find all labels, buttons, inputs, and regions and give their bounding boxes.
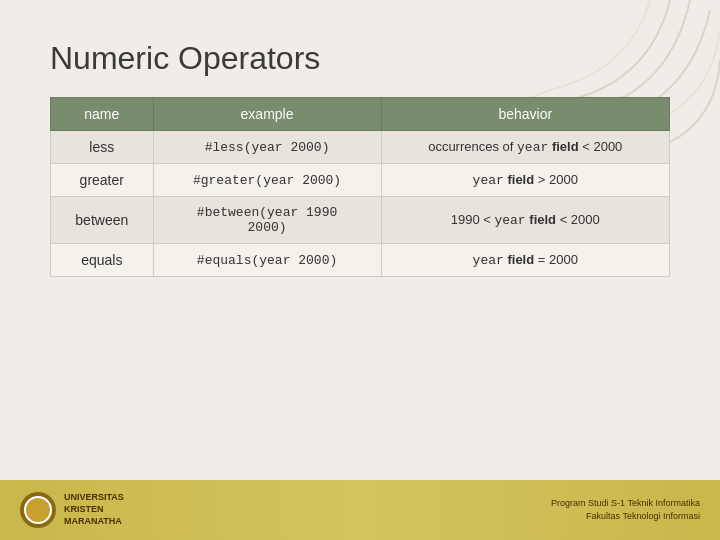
bold-field: field xyxy=(529,212,556,227)
example-text: #between(year 19902000) xyxy=(197,205,337,235)
operators-table: name example behavior less #less(year 20… xyxy=(50,97,670,277)
table-row: less #less(year 2000) occurrences of yea… xyxy=(51,131,670,164)
row-example: #between(year 19902000) xyxy=(153,197,381,244)
row-behavior: occurrences of year field < 2000 xyxy=(381,131,669,164)
row-behavior: 1990 < year field < 2000 xyxy=(381,197,669,244)
row-behavior: year field = 2000 xyxy=(381,244,669,277)
row-example: #less(year 2000) xyxy=(153,131,381,164)
col-header-name: name xyxy=(51,98,154,131)
row-name: greater xyxy=(51,164,154,197)
bold-field: field xyxy=(507,252,534,267)
table-row: equals #equals(year 2000) year field = 2… xyxy=(51,244,670,277)
example-text: #greater(year 2000) xyxy=(193,173,341,188)
table-header-row: name example behavior xyxy=(51,98,670,131)
mono-year: year xyxy=(473,253,504,268)
mono-year: year xyxy=(473,173,504,188)
mono-year: year xyxy=(494,213,525,228)
university-logo xyxy=(20,492,56,528)
program-line1: Program Studi S-1 Teknik Informatika xyxy=(551,497,700,511)
main-content: Numeric Operators name example behavior … xyxy=(0,0,720,297)
footer: UNIVERSITAS KRISTEN MARANATHA Program St… xyxy=(0,480,720,540)
example-text: #equals(year 2000) xyxy=(197,253,337,268)
university-name-text: UNIVERSITAS KRISTEN MARANATHA xyxy=(64,492,124,527)
mono-year: year xyxy=(517,140,548,155)
row-example: #greater(year 2000) xyxy=(153,164,381,197)
program-line2: Fakultas Teknologi Informasi xyxy=(551,510,700,524)
page-title: Numeric Operators xyxy=(50,40,670,77)
bold-field: field xyxy=(507,172,534,187)
col-header-example: example xyxy=(153,98,381,131)
footer-program-info: Program Studi S-1 Teknik Informatika Fak… xyxy=(551,497,700,524)
logo-inner-circle xyxy=(24,496,52,524)
row-name: equals xyxy=(51,244,154,277)
table-row: greater #greater(year 2000) year field >… xyxy=(51,164,670,197)
row-name: less xyxy=(51,131,154,164)
university-line1: UNIVERSITAS xyxy=(64,492,124,504)
table-row: between #between(year 19902000) 1990 < y… xyxy=(51,197,670,244)
university-line2: KRISTEN xyxy=(64,504,124,516)
row-behavior: year field > 2000 xyxy=(381,164,669,197)
col-header-behavior: behavior xyxy=(381,98,669,131)
row-name: between xyxy=(51,197,154,244)
university-line3: MARANATHA xyxy=(64,516,124,528)
example-text: #less(year 2000) xyxy=(205,140,330,155)
bold-field: field xyxy=(552,139,579,154)
footer-logo-section: UNIVERSITAS KRISTEN MARANATHA xyxy=(20,492,124,528)
row-example: #equals(year 2000) xyxy=(153,244,381,277)
